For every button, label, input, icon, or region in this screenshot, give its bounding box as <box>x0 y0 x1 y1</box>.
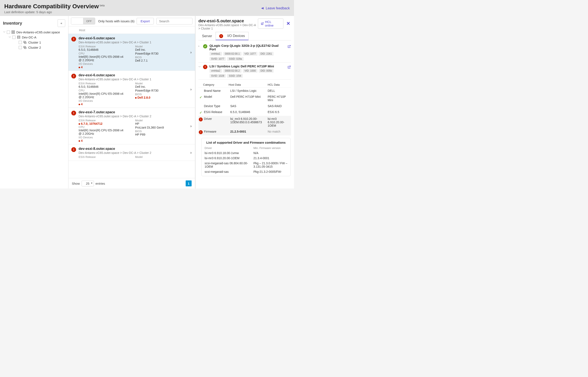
tree-checkbox[interactable] <box>19 41 22 44</box>
detail-pane: dev-esxi-5.outer.space Dev-Antares-vC65.… <box>196 16 294 188</box>
host-column-header: Host <box>69 26 195 34</box>
page-size-select[interactable]: 25 <box>81 181 94 186</box>
device-badge: SVID: 1028 <box>209 74 226 78</box>
combo-row: scsi-megaraid-sasPkg-21.3.2-0005/FW- <box>205 169 288 174</box>
host-name: dev-esxi-7.outer.space <box>79 110 192 114</box>
svg-rect-4 <box>17 36 20 38</box>
entries-label: entries <box>96 182 105 185</box>
tree-checkbox[interactable] <box>12 36 15 39</box>
tab-io-devices[interactable]: ! I/O Devices <box>216 32 249 40</box>
chevron-down-icon[interactable]: ﹀ <box>3 31 6 34</box>
alert-icon: ! <box>71 37 76 41</box>
tree-checkbox[interactable] <box>19 46 22 49</box>
page-header: Hardware Compatibility Overview beta Las… <box>0 0 294 16</box>
alert-icon: ! <box>199 118 203 121</box>
detail-hostname: dev-esxi-5.outer.space <box>198 19 258 23</box>
category-row: ✓ ESXi Release 6.5.0, 5146846 ESXi 6.5 <box>198 109 291 116</box>
category-row: ! Firmware 21.2.5-0001 No match <box>198 129 291 135</box>
chevron-right-icon: › <box>190 124 192 128</box>
host-path: Dev-Antares-vC65.outer.space > Dev-DC-A … <box>79 115 192 118</box>
expand-toggle[interactable]: › <box>198 45 201 47</box>
device-name: QLogic Corp QLogic 32Gb 2-p (QLE2742 Dua… <box>209 44 285 51</box>
alert-icon: ! <box>199 130 203 134</box>
device-badge: SSID: 1f34 <box>227 74 243 78</box>
show-label: Show <box>72 182 80 185</box>
io-device: › ✓ QLogic Corp QLogic 32Gb 2-p (QLE2742… <box>198 42 291 63</box>
supported-combinations: List of supported Driver and Firmware co… <box>201 138 291 176</box>
category-row: Device Type SAS SAS-RAID <box>198 103 291 109</box>
check-icon: ✓ <box>199 111 202 115</box>
host-card[interactable]: ! dev-esxi-6.outer.space Dev-Antares-vC6… <box>69 71 195 108</box>
svg-rect-2 <box>12 33 13 34</box>
host-path: Dev-Antares-vC65.outer.space > Dev-DC-A … <box>79 78 192 81</box>
page-title: Hardware Compatibility Overview <box>4 3 99 10</box>
svg-rect-3 <box>14 33 15 34</box>
chevron-right-icon: › <box>190 50 192 54</box>
tree-checkbox[interactable] <box>7 31 10 34</box>
category-row: ! Driver lsi_mr3 6.910.20.00-1OEM.650.0.… <box>198 116 291 129</box>
issues-filter-label: Only hosts with issues (6) <box>98 19 135 23</box>
tree-item-cluster[interactable]: · Cluster 1 <box>3 40 66 45</box>
device-badge: SVID: 1077 <box>209 57 226 61</box>
host-name: dev-esxi-5.outer.space <box>79 36 192 40</box>
hcl-online-button[interactable]: HCL online <box>258 19 283 29</box>
alert-icon: ! <box>203 65 207 69</box>
host-name: dev-esxi-6.outer.space <box>79 73 192 77</box>
host-card[interactable]: ! dev-esxi-8.outer.space Dev-Antares-vC6… <box>69 144 195 161</box>
check-icon: ✓ <box>199 95 202 99</box>
device-badge: 0000:02:00.2 <box>223 69 242 73</box>
combo-row: lsi-mr3 6.910.18.00-1vmwN/A <box>205 151 288 155</box>
external-link-icon[interactable] <box>287 65 291 69</box>
datacenter-icon <box>17 35 21 39</box>
host-name: dev-esxi-8.outer.space <box>79 147 192 151</box>
page-number[interactable]: 1 <box>186 180 192 186</box>
beta-badge: beta <box>100 4 104 7</box>
svg-rect-0 <box>12 31 13 32</box>
collapse-sidebar-button[interactable]: « <box>58 19 65 27</box>
device-badge: vmhba2 <box>209 69 222 73</box>
host-path: Dev-Antares-vC65.outer.space > Dev-DC-A … <box>79 151 192 154</box>
device-badge: VID: 1000 <box>243 69 257 73</box>
device-badge: 0000:02:00.1 <box>223 52 242 56</box>
expand-toggle[interactable]: ﹀ <box>198 65 201 69</box>
host-card[interactable]: ! dev-esxi-7.outer.space Dev-Antares-vC6… <box>69 108 195 144</box>
host-card[interactable]: ! dev-esxi-5.outer.space Dev-Antares-vC6… <box>69 34 195 71</box>
tab-server[interactable]: Server <box>198 32 216 40</box>
svg-rect-1 <box>14 31 15 32</box>
external-link-icon <box>261 22 264 25</box>
combo-row: scsi-megaraid-sas 06.804.60.00-1OEMPkg –… <box>205 161 288 169</box>
alert-icon: ! <box>219 34 223 38</box>
cluster-icon <box>23 40 27 44</box>
device-badge: DID: 2261 <box>259 52 274 56</box>
check-icon: ✓ <box>203 44 207 48</box>
category-table: CategoryHost DataHCL Data Brand Name LSI… <box>198 82 291 135</box>
export-button[interactable]: Export <box>137 18 154 24</box>
category-row: ✓ Model Dell PERC H710P Mini PERC H710P … <box>198 94 291 103</box>
device-name: LSI / Symbios Logic Dell PERC H710P Mini <box>209 64 285 68</box>
detail-breadcrumb: Dev-Antares-vC65.outer.space > Dev-DC-A … <box>198 23 258 30</box>
chevron-right-icon: › <box>190 150 192 155</box>
chevron-down-icon[interactable]: ﹀ <box>9 36 11 39</box>
leave-feedback-link[interactable]: Leave feedback <box>261 6 290 10</box>
external-link-icon[interactable] <box>287 45 291 48</box>
alert-icon: ! <box>71 147 76 152</box>
issues-toggle[interactable]: OFF <box>71 18 95 24</box>
tree-item-cluster[interactable]: · Cluster 2 <box>3 45 66 50</box>
device-badge: vmhba1 <box>209 52 222 56</box>
cluster-icon <box>23 46 27 49</box>
combo-row: lsi-mr3 6.910.20.00-1OEM21.3.4-0001 <box>205 155 288 161</box>
category-row: Brand Name LSI / Symbios Logic DELL <box>198 88 291 94</box>
search-input[interactable] <box>156 18 193 24</box>
tree-item-datacenter[interactable]: ﹀ Dev-DC-A <box>3 35 66 40</box>
alert-icon: ! <box>71 111 76 115</box>
device-badge: SSID: 029a <box>227 57 243 61</box>
sidebar-title: Inventory <box>3 21 22 26</box>
host-list-pane: OFF Only hosts with issues (6) Export Ho… <box>69 16 196 188</box>
host-path: Dev-Antares-vC65.outer.space > Dev-DC-A … <box>79 41 192 44</box>
close-button[interactable]: ✕ <box>286 21 291 26</box>
alert-icon: ! <box>71 74 76 78</box>
device-badge: DID: 005b <box>259 69 274 73</box>
page-subtitle: Last definition update: 5 days ago <box>4 10 104 14</box>
device-badge: VID: 1077 <box>243 52 257 56</box>
tree-item-vcenter[interactable]: ﹀ Dev-Antares-vC65.outer.space <box>3 30 66 35</box>
